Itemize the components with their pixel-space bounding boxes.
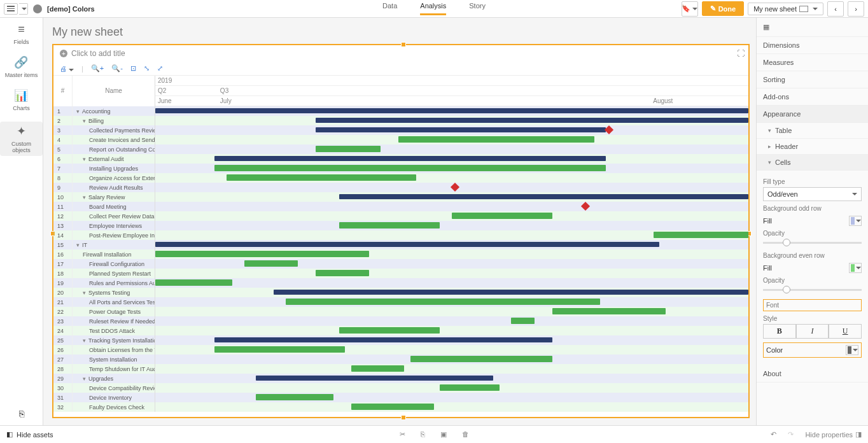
menu-caret[interactable] [19,3,28,15]
table-row[interactable]: 3Collected Payments Review [53,125,748,135]
rp-sorting[interactable]: Sorting [757,71,868,88]
rp-about[interactable]: About [757,365,868,383]
next-sheet-button[interactable]: › [848,1,864,17]
table-row[interactable]: 15▾IT [53,240,748,250]
table-row[interactable]: 21All Ports and Services Test [53,297,748,307]
rail-custom[interactable]: ✦Custom objects [0,122,43,156]
col-num: # [53,76,73,106]
table-row[interactable]: 7Installing Upgrades [53,164,748,173]
italic-button[interactable]: I [796,324,829,339]
table-row[interactable]: 2▾Billing [53,116,748,125]
expand-icon[interactable]: ⛶ [737,49,745,58]
table-row[interactable]: 27System Installation [53,355,748,364]
bookmark-button[interactable]: 🔖 [682,1,698,17]
table-row[interactable]: 4Create Invoices and Send [53,135,748,144]
odd-fill-swatch[interactable] [849,216,862,226]
rp-measures[interactable]: Measures [757,54,868,71]
redo-icon[interactable]: ↷ [788,430,794,439]
table-row[interactable]: 10▾Salary Review [53,192,748,202]
collapse-all-icon[interactable]: ⤢ [157,64,163,73]
table-row[interactable]: 11Board Meeting [53,202,748,211]
rp-table[interactable]: ▾Table [757,123,868,139]
rp-cells[interactable]: ▾Cells [757,155,868,171]
table-row[interactable]: 5Report on Outstanding Co [53,144,748,154]
print-icon[interactable]: 🖨 [60,65,74,73]
table-row[interactable]: 22Power Outage Tests [53,307,748,316]
table-row[interactable]: 6▾External Audit [53,154,748,164]
gantt-toolbar: 🖨 | 🔍+ 🔍- ⊡ ⤡ ⤢ [53,62,748,76]
gantt-chart[interactable]: +Click to add title ⛶ 🖨 | 🔍+ 🔍- ⊡ ⤡ ⤢ # … [52,44,750,418]
app-icon [33,4,42,13]
sheet-dropdown[interactable]: My new sheet [748,3,823,15]
even-fill-swatch[interactable] [849,263,862,273]
odd-opacity-slider[interactable] [763,239,862,246]
done-button[interactable]: ✎ Done [702,1,745,16]
fill-type-select[interactable]: Odd/even [763,187,862,201]
font-label: Font [763,299,862,311]
table-row[interactable]: 20▾Systems Testing [53,288,748,297]
table-row[interactable]: 18Planned System Restart [53,269,748,278]
table-row[interactable]: 13Employee Interviews [53,221,748,230]
table-row[interactable]: 12Collect Peer Review Data [53,211,748,221]
properties-panel: ▦ Dimensions Measures Sorting Add-ons Ap… [756,18,868,425]
rp-appearance[interactable]: Appearance [757,106,868,123]
tab-story[interactable]: Story [469,2,486,15]
copy-icon[interactable]: ⎘ [421,430,425,439]
delete-icon[interactable]: 🗑 [462,430,469,439]
year-label: 2019 [155,76,748,86]
col-name: Name [73,76,155,106]
rail-charts[interactable]: 📊Charts [13,88,30,111]
cut-icon[interactable]: ✂ [400,430,405,439]
tab-analysis[interactable]: Analysis [420,2,446,15]
table-row[interactable]: 23Ruleset Review If Needed [53,316,748,326]
rail-fields[interactable]: ≡Fields [13,23,29,45]
font-color-swatch[interactable] [846,345,858,355]
table-row[interactable]: 9Review Audit Results [53,183,748,192]
paste-icon[interactable]: ▣ [440,430,447,439]
zoom-in-icon[interactable]: 🔍+ [91,64,104,73]
table-row[interactable]: 19Rules and Permissions Aud [53,278,748,288]
font-style-buttons[interactable]: B I U [763,324,862,339]
underline-button[interactable]: U [829,324,862,339]
rail-collapse-icon[interactable]: ⎘ [19,409,24,419]
table-row[interactable]: 25▾Tracking System Installation [53,335,748,345]
table-row[interactable]: 30Device Compatibility Revie [53,383,748,393]
hide-properties-button[interactable]: Hide properties ◨ [805,430,862,439]
rp-header[interactable]: ▸Header [757,139,868,155]
even-opacity-slider[interactable] [763,286,862,293]
table-row[interactable]: 28Temp Shutdown for IT Aud [53,364,748,374]
prev-sheet-button[interactable]: ‹ [827,1,844,17]
app-name: [demo] Colors [47,5,95,13]
chart-title[interactable]: +Click to add title [53,45,748,62]
rp-dimensions[interactable]: Dimensions [757,37,868,54]
expand-all-icon[interactable]: ⤡ [144,64,150,73]
undo-icon[interactable]: ↶ [771,430,776,439]
font-color-row: Color [763,342,862,358]
table-row[interactable]: 32Faulty Devices Check [53,402,748,412]
table-layout-icon[interactable]: ▦ [763,23,769,31]
table-row[interactable]: 1▾Accounting [53,106,748,116]
bold-button[interactable]: B [763,324,796,339]
table-row[interactable]: 16Firewall Installation [53,250,748,259]
table-row[interactable]: 24Test DDOS Attack [53,326,748,335]
table-row[interactable]: 29▾Upgrades [53,374,748,383]
table-row[interactable]: 14Post-Review Employee Int [53,230,748,240]
sheet-title[interactable]: My new sheet [52,25,750,39]
table-row[interactable]: 17Firewall Configuration [53,259,748,269]
tab-data[interactable]: Data [382,2,397,15]
table-row[interactable]: 31Device Inventory [53,393,748,402]
zoom-out-icon[interactable]: 🔍- [111,64,123,73]
rp-addons[interactable]: Add-ons [757,88,868,106]
table-row[interactable]: 26Obtain Licenses from the V [53,345,748,355]
hide-assets-button[interactable]: ◧Hide assets [6,430,53,439]
table-row[interactable]: 8Organize Access for Extern [53,173,748,183]
menu-button[interactable] [4,3,18,15]
zoom-fit-icon[interactable]: ⊡ [130,64,136,73]
rail-master[interactable]: 🔗Master items [5,55,38,78]
